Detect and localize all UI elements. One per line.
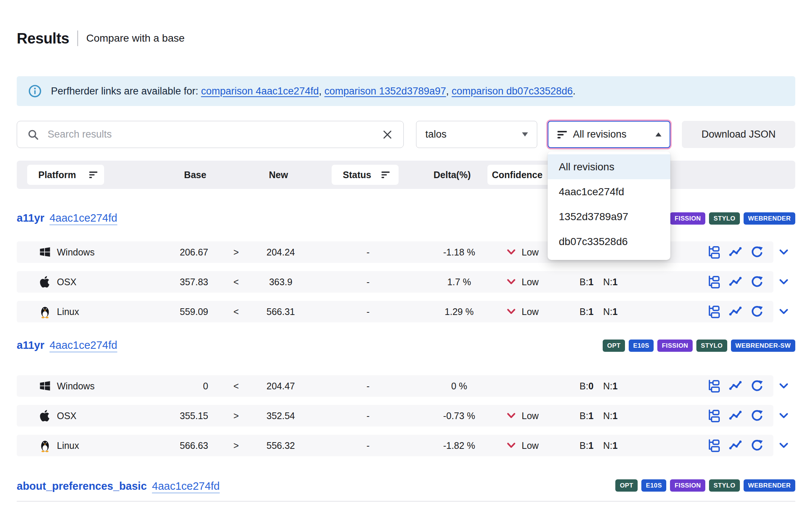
revision-option[interactable]: 4aac1ce274fd	[548, 179, 670, 204]
chevron-down-icon	[777, 276, 790, 288]
delta-column-header: Delta(%)	[426, 161, 478, 189]
graph-icon[interactable]	[728, 379, 742, 393]
apple-logo-icon	[38, 275, 52, 289]
direction-indicator: >	[208, 247, 264, 258]
badge: FISSION	[657, 340, 693, 352]
retrigger-icon[interactable]	[750, 275, 764, 289]
graph-icon[interactable]	[728, 409, 742, 423]
badge: STYLO	[709, 212, 740, 225]
graph-icon[interactable]	[728, 245, 742, 259]
filter-icon	[557, 129, 568, 140]
platform-label: OSX	[57, 277, 77, 287]
regression-arrow-icon	[506, 440, 516, 451]
retrigger-icon[interactable]	[750, 409, 764, 423]
filter-icon	[88, 170, 98, 180]
table-row: OSX 355.15 > 352.54 - -0.73 % Low B:1 N:…	[17, 405, 795, 427]
section-title: a11yr 4aac1ce274fd	[17, 335, 117, 355]
revisions-selected-value: All revisions	[573, 129, 650, 140]
run-counts: B:1 N:1	[565, 440, 632, 451]
new-value: 204.24	[264, 247, 297, 258]
revision-option[interactable]: 1352d3789a97	[548, 204, 670, 229]
badge: STYLO	[709, 479, 740, 492]
regression-arrow-icon	[506, 247, 516, 257]
linux-tux-icon	[38, 439, 52, 452]
comparison-link[interactable]: comparison 4aac1ce274fd	[201, 86, 319, 97]
regression-arrow-icon	[506, 277, 516, 287]
linux-tux-icon	[38, 305, 52, 318]
expand-row-button[interactable]	[776, 438, 791, 453]
direction-indicator: >	[208, 440, 264, 451]
expand-row-button[interactable]	[776, 304, 791, 319]
confidence-value: Low	[522, 306, 539, 317]
chevron-down-icon	[777, 380, 790, 392]
delta-value: 0 %	[439, 381, 480, 392]
regression-arrow-icon	[506, 306, 516, 317]
platform-label: Linux	[57, 306, 79, 317]
badge: OPT	[603, 340, 625, 352]
new-value: 352.54	[264, 411, 297, 421]
new-value: 363.9	[264, 277, 297, 287]
base-value: 559.09	[139, 306, 208, 317]
revisions-filter-button[interactable]: All revisions	[548, 121, 670, 148]
status-value: -	[297, 277, 439, 287]
retrigger-icon[interactable]	[750, 379, 764, 393]
regression-arrow-icon	[506, 411, 516, 421]
subtests-icon[interactable]	[707, 438, 721, 453]
page-header: Results Compare with a base	[17, 28, 185, 48]
chevron-down-icon	[777, 439, 790, 452]
new-value: 566.31	[264, 306, 297, 317]
search-input[interactable]	[47, 128, 374, 141]
banner-text: Perfherder links are available for: comp…	[51, 86, 576, 97]
expand-row-button[interactable]	[776, 274, 791, 289]
expand-row-button[interactable]	[776, 408, 791, 423]
revision-option[interactable]: db07c33528d6	[548, 229, 670, 254]
revision-link[interactable]: 4aac1ce274fd	[49, 212, 117, 224]
graph-icon[interactable]	[728, 305, 742, 319]
chevron-down-icon	[522, 132, 528, 136]
section-title: about_preferences_basic 4aac1ce274fd	[17, 476, 220, 496]
controls-row: talos All revisions Download JSON All re…	[17, 121, 795, 148]
graph-icon[interactable]	[728, 438, 742, 453]
badge-row: OPT E10S FISSION STYLO WEBRENDER-SW	[603, 340, 795, 352]
badge: OPT	[615, 479, 638, 492]
run-counts: B:1 N:1	[565, 277, 632, 287]
info-banner: Perfherder links are available for: comp…	[17, 76, 795, 106]
direction-indicator: <	[208, 306, 264, 317]
subtests-icon[interactable]	[707, 275, 721, 289]
search-icon	[27, 128, 39, 141]
platform-label: Windows	[57, 247, 94, 258]
retrigger-icon[interactable]	[750, 438, 764, 453]
base-value: 357.83	[139, 277, 208, 287]
run-counts: B:0 N:1	[565, 381, 632, 392]
comparison-link[interactable]: comparison db07c33528d6	[452, 86, 573, 97]
platform-filter-button[interactable]: Platform	[27, 165, 104, 185]
chevron-down-icon	[777, 305, 790, 318]
subtests-icon[interactable]	[707, 305, 721, 319]
retrigger-icon[interactable]	[750, 245, 764, 259]
revision-link[interactable]: 4aac1ce274fd	[152, 480, 220, 492]
expand-row-button[interactable]	[776, 379, 791, 393]
download-json-button[interactable]: Download JSON	[682, 121, 795, 148]
clear-search-icon[interactable]	[381, 128, 394, 141]
graph-icon[interactable]	[728, 275, 742, 289]
base-value: 0	[139, 381, 208, 392]
windows-logo-icon	[38, 245, 52, 259]
expand-row-button[interactable]	[776, 245, 791, 260]
revision-option[interactable]: All revisions	[548, 154, 670, 179]
info-icon	[28, 84, 42, 98]
comparison-link[interactable]: comparison 1352d3789a97	[324, 86, 446, 97]
status-value: -	[297, 411, 439, 421]
new-column-header: New	[256, 161, 301, 189]
title-divider	[77, 30, 78, 46]
platform-label: Windows	[57, 381, 94, 392]
table-row: Windows 0 < 204.47 - 0 % B:0 N:1	[17, 375, 795, 397]
subtests-icon[interactable]	[707, 379, 721, 393]
subtests-icon[interactable]	[707, 245, 721, 259]
retrigger-icon[interactable]	[750, 305, 764, 319]
subtests-icon[interactable]	[707, 409, 721, 423]
status-filter-button[interactable]: Status	[332, 165, 399, 185]
revision-link[interactable]: 4aac1ce274fd	[49, 339, 117, 351]
chevron-down-icon	[777, 246, 790, 258]
framework-select[interactable]: talos	[416, 121, 537, 148]
page-subtitle: Compare with a base	[86, 32, 185, 44]
